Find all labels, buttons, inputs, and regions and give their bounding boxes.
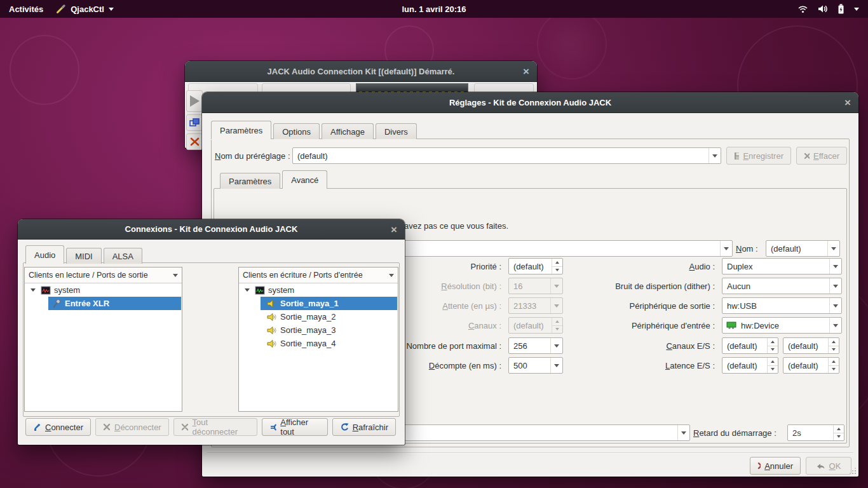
expander-icon[interactable] [31, 288, 36, 292]
server-name-label: Nom : [736, 244, 762, 254]
port-row-sortie-maya-2[interactable]: Sortie_maya_2 [240, 310, 397, 323]
connections-window: Connexions - Kit de Connexion Audio JACK… [18, 219, 405, 445]
chevron-down-icon[interactable] [389, 274, 394, 277]
expand-all-button[interactable]: Afficher tout [262, 418, 328, 436]
client-system-icon [255, 285, 265, 295]
messages-icon [189, 118, 200, 127]
patchbay-button[interactable] [186, 133, 203, 150]
port-row-sortie-maya-3[interactable]: Sortie_maya_3 [240, 323, 397, 337]
tab-divers[interactable]: Divers [376, 123, 417, 139]
wallpaper-ring [537, 10, 607, 79]
cancel-button[interactable]: Annuler [750, 457, 801, 475]
delete-preset-button[interactable]: Effacer [796, 147, 847, 165]
chevron-down-icon[interactable] [677, 425, 689, 440]
chevron-down-icon[interactable] [829, 259, 841, 274]
timeout-label: Décompte (en ms) : [429, 361, 505, 370]
writable-clients-panel: Clients en écriture / Ports d'entrée sys… [238, 267, 398, 412]
ok-button[interactable]: OK [806, 457, 851, 475]
speaker-icon [267, 325, 277, 336]
audio-device-icon [726, 322, 736, 329]
close-icon[interactable]: × [391, 219, 397, 240]
disconnect-all-button[interactable]: Tout déconnecter [173, 418, 257, 436]
preset-row: Nom du préréglage : [215, 147, 294, 164]
chevron-down-icon[interactable] [829, 278, 841, 294]
settings-window-titlebar[interactable]: Réglages - Kit de Connexion Audio JACK × [202, 92, 858, 113]
port-row-sortie-maya-1[interactable]: Sortie_maya_1 [240, 297, 397, 310]
connect-button[interactable]: Connecter [25, 418, 91, 436]
tab-affichage[interactable]: Affichage [322, 123, 374, 139]
priority-label: Priorité : [471, 262, 505, 271]
chevron-down-icon[interactable] [829, 318, 841, 333]
disconnect-button[interactable]: Déconnecter [95, 418, 169, 436]
floppy-save-icon [734, 152, 739, 160]
subtab-parametres[interactable]: Paramètres [220, 173, 280, 189]
io-channels-label-box: Canaux E/S : [528, 337, 719, 354]
readable-clients-header[interactable]: Clients en lecture / Ports de sortie [25, 268, 182, 283]
io-latency-out-spinbox[interactable]: (default) [783, 357, 839, 374]
cancel-x-icon [757, 462, 761, 470]
jack-window-titlebar[interactable]: JACK Audio Connection Kit [(default)] Dé… [185, 61, 537, 82]
chevron-down-icon [854, 8, 859, 11]
io-channels-label: Canaux E/S : [666, 341, 719, 351]
chevron-down-icon[interactable] [827, 241, 839, 256]
messages-button[interactable] [186, 114, 203, 131]
tab-alsa[interactable]: ALSA [104, 248, 142, 264]
server-name-combo[interactable]: (default) [766, 240, 840, 257]
disconnect-x-icon [103, 423, 111, 431]
chevron-down-icon[interactable] [709, 148, 721, 163]
activities-button[interactable]: Activités [9, 4, 43, 14]
start-delay-spinbox[interactable]: 2s [787, 424, 844, 441]
resolution-label: Résolution (bit) : [441, 281, 505, 291]
chevron-down-icon[interactable] [829, 298, 841, 313]
in-device-combo[interactable]: hw:Device [722, 317, 842, 334]
save-preset-button[interactable]: Enregistrer [726, 147, 791, 165]
subtab-avance[interactable]: Avancé [282, 170, 327, 189]
expand-all-icon [269, 423, 277, 431]
chevron-down-icon[interactable] [173, 274, 178, 277]
resize-grip[interactable] [855, 473, 856, 474]
tab-midi[interactable]: MIDI [66, 248, 101, 264]
out-device-label: Périphérique de sortie : [630, 301, 719, 311]
writable-clients-header[interactable]: Clients en écriture / Ports d'entrée [239, 268, 398, 283]
io-channels-in-spinbox[interactable]: (default) [722, 337, 778, 354]
connections-window-titlebar[interactable]: Connexions - Kit de Connexion Audio JACK… [18, 219, 405, 240]
tab-audio[interactable]: Audio [25, 245, 64, 264]
start-delay-row: Retard du démarrage : [693, 424, 780, 441]
io-channels-out-spinbox[interactable]: (default) [783, 337, 839, 354]
clock[interactable]: lun. 1 avril 20:16 [402, 4, 466, 14]
port-row-entree-xlr[interactable]: Entrée XLR [25, 297, 181, 310]
speaker-icon [267, 299, 277, 309]
chevron-down-icon[interactable] [720, 241, 732, 256]
client-row-system[interactable]: system [240, 283, 397, 297]
app-menu-button[interactable]: QjackCtl [56, 4, 114, 14]
preset-combo[interactable]: (default) [292, 147, 721, 164]
out-device-combo[interactable]: hw:USB [722, 297, 842, 314]
port-row-sortie-maya-4[interactable]: Sortie_maya_4 [240, 337, 397, 350]
play-icon [190, 95, 200, 107]
refresh-button[interactable]: Rafraîchir [332, 418, 396, 436]
expander-icon[interactable] [245, 288, 250, 292]
io-latency-in-spinbox[interactable]: (default) [722, 357, 778, 374]
connections-tabs: Audio MIDI ALSA [25, 245, 144, 264]
connections-window-body: Audio MIDI ALSA Clients en lecture / Por… [18, 240, 405, 445]
dither-combo[interactable]: Aucun [722, 278, 842, 294]
tab-options[interactable]: Options [273, 123, 320, 139]
start-button[interactable] [186, 90, 203, 112]
connections-buttons-row: Connecter Déconnecter Tout déconnecter [25, 418, 396, 436]
close-icon[interactable]: × [523, 61, 529, 82]
top-bar: Activités QjackCtl lun. 1 avril 20:16 [0, 0, 868, 18]
close-icon[interactable]: × [844, 92, 851, 113]
channels-label: Canaux : [468, 321, 505, 330]
patchbay-icon [190, 137, 200, 146]
client-system-icon [41, 285, 51, 295]
audio-combo[interactable]: Duplex [722, 258, 842, 274]
wallpaper-ring [10, 35, 79, 105]
tab-parametres[interactable]: Paramètres [211, 121, 271, 139]
system-status-area[interactable] [797, 4, 868, 14]
client-row-system[interactable]: system [25, 283, 181, 297]
volume-icon [818, 4, 828, 13]
server-name-row: Nom : [736, 240, 762, 257]
battery-charging-icon [837, 4, 844, 14]
dither-label-box: Bruit de dispertion (dither) : [528, 278, 719, 294]
delete-x-icon [804, 152, 810, 159]
